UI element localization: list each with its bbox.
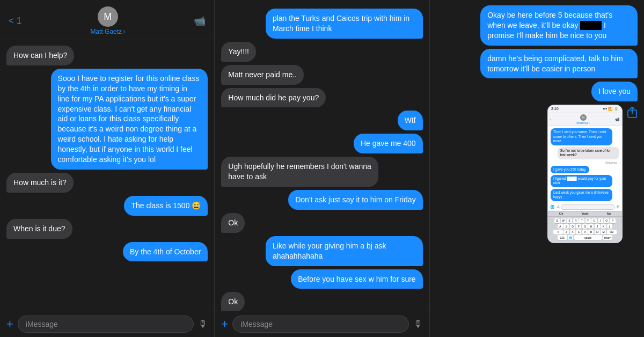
mic-icon[interactable]: 🎙 <box>413 319 423 330</box>
nested-time: 2:10 <box>551 107 559 111</box>
attach-button[interactable]: + <box>6 317 13 331</box>
nested-emoji-icon: 🌐 <box>550 205 555 209</box>
key-g: G <box>582 224 588 229</box>
message-bubble: Like while your giving him a bj ask ahah… <box>266 236 423 266</box>
nested-screenshot-row: 2:10 ▪▪▪ 📶 🔋 ‹ M Marissa › 📹 Then I sent… <box>547 105 638 243</box>
nested-messages-area: Then I sent you some. Then I sent some t… <box>548 126 622 203</box>
panel1-messages: How can I help? Sooo I have to register … <box>0 40 214 311</box>
message-bubble: Ok <box>221 213 245 233</box>
message-bubble: Ugh hopefully he remembers I don't wanna… <box>221 157 378 187</box>
message-bubble: How can I help? <box>6 46 74 65</box>
key-j: J <box>595 224 600 229</box>
nested-keyboard: Q W E R T Y U I O P A S D <box>548 217 622 243</box>
nested-input-row: 🌐 A 🎙 <box>548 203 622 211</box>
contact-info: M Matt Gaetz › <box>90 6 125 35</box>
message-bubble: Matt never paid me.. <box>221 65 304 85</box>
contact-name[interactable]: Matt Gaetz › <box>90 28 125 35</box>
panel2-messages: plan the Turks and Caicos trip with him … <box>215 0 429 311</box>
key-globe: 🌐 <box>568 235 573 240</box>
key-x: X <box>570 230 575 235</box>
message-bubble: When is it due? <box>6 219 72 239</box>
panel1-header: < 1 M Matt Gaetz › 📹 <box>0 0 214 40</box>
message-bubble: How much is it? <box>6 173 74 193</box>
key-w: W <box>561 218 566 223</box>
suggestion-no: No <box>606 212 611 215</box>
panel-3: Okay be here before 5 because that's whe… <box>430 0 644 337</box>
message-bubble: Don't ask just say it to him on Friday <box>288 190 422 210</box>
key-b: B <box>588 230 594 235</box>
key-123: 123 <box>558 235 567 240</box>
nested-status-bar: 2:10 ▪▪▪ 📶 🔋 <box>548 105 622 113</box>
message-bubble: By the 4th of October <box>123 242 208 262</box>
key-h: H <box>588 224 594 229</box>
share-icon[interactable] <box>627 107 638 121</box>
nested-iphone-screenshot: 2:10 ▪▪▪ 📶 🔋 ‹ M Marissa › 📹 Then I sent… <box>547 105 623 243</box>
key-delete: ⌫ <box>607 230 617 235</box>
message-bubble: The class is 1500 😅 <box>124 196 208 216</box>
key-t: T <box>579 218 584 223</box>
keyboard-row-4: 123 🌐 space return <box>549 235 621 240</box>
avatar: M <box>98 6 118 27</box>
back-button[interactable]: < 1 <box>9 16 21 26</box>
key-d: D <box>570 224 575 229</box>
key-e: E <box>567 218 572 223</box>
nested-contact-info: M Marissa › <box>576 114 590 124</box>
message-bubble: plan the Turks and Caicos trip with him … <box>266 9 423 39</box>
nested-message: Last week you gave me a drilivveee byyyy <box>551 189 612 201</box>
key-k: K <box>601 224 606 229</box>
key-l: L <box>607 224 612 229</box>
key-s: S <box>564 224 569 229</box>
delivered-label: Delivered <box>551 161 619 164</box>
key-i: I <box>598 218 603 223</box>
keyboard-row-1: Q W E R T Y U I O P <box>549 218 621 223</box>
message-bubble: Sooo I have to register for this online … <box>51 69 208 170</box>
key-z: Z <box>564 230 569 235</box>
suggestion-yeah: Yeah <box>581 212 588 215</box>
attach-button[interactable]: + <box>221 317 228 331</box>
key-o: O <box>604 218 609 223</box>
nested-message: Then I sent you some. Then I sent some t… <box>551 128 612 145</box>
key-a: A <box>558 224 563 229</box>
key-m: M <box>601 230 606 235</box>
nested-avatar: M <box>580 114 587 121</box>
input-bar: + iMessage 🎙 <box>0 311 214 337</box>
keyboard-row-2: A S D F G H J K L <box>549 224 621 229</box>
panel-2: plan the Turks and Caicos trip with him … <box>215 0 429 337</box>
panel3-messages: Okay be here before 5 because that's whe… <box>430 0 644 337</box>
key-space: space <box>574 235 602 240</box>
key-u: U <box>591 218 597 223</box>
nested-message: So I'm not to be taken care of for last … <box>558 147 619 159</box>
nested-signal-icons: ▪▪▪ 📶 🔋 <box>603 107 619 111</box>
nested-suggestions-bar: Ok Yeah No <box>548 211 622 217</box>
suggestion-ok: Ok <box>559 212 564 215</box>
message-input[interactable]: iMessage <box>232 316 408 333</box>
message-bubble: Wtf <box>398 111 423 130</box>
key-v: V <box>582 230 588 235</box>
keyboard-row-3: ⇧ Z X C V B N M ⌫ <box>549 230 621 235</box>
nested-mic-icon: 🎙 <box>616 205 620 209</box>
message-bubble: Yay!!!! <box>221 42 256 62</box>
key-y: Y <box>586 218 591 223</box>
key-r: R <box>573 218 579 223</box>
panel-1: < 1 M Matt Gaetz › 📹 How can I help? Soo… <box>0 0 215 337</box>
message-bubble: He gave me 400 <box>354 134 423 153</box>
message-bubble: How much did he pay you? <box>221 88 326 108</box>
key-n: N <box>595 230 600 235</box>
nested-contact-bar: ‹ M Marissa › 📹 <box>548 113 622 126</box>
nested-video-icon: 📹 <box>615 118 620 122</box>
nested-back-arrow: ‹ <box>550 118 551 121</box>
nested-cam-icon: A <box>557 205 560 209</box>
panel2-input-bar: + iMessage 🎙 <box>215 311 429 337</box>
message-bubble: Ok <box>221 292 245 311</box>
message-bubble: Okay be here before 5 because that's whe… <box>480 5 638 46</box>
message-bubble: I love you <box>591 82 638 101</box>
video-call-icon[interactable]: 📹 <box>194 15 206 27</box>
key-shift: ⇧ <box>553 230 563 235</box>
message-input[interactable]: iMessage <box>18 316 194 333</box>
mic-icon[interactable]: 🎙 <box>198 319 208 330</box>
nested-message: I gave you 250 today. <box>551 166 589 173</box>
nested-contact-name: Marissa › <box>576 121 590 124</box>
nested-input-field <box>561 204 615 210</box>
key-c: C <box>576 230 581 235</box>
key-f: F <box>576 224 581 229</box>
